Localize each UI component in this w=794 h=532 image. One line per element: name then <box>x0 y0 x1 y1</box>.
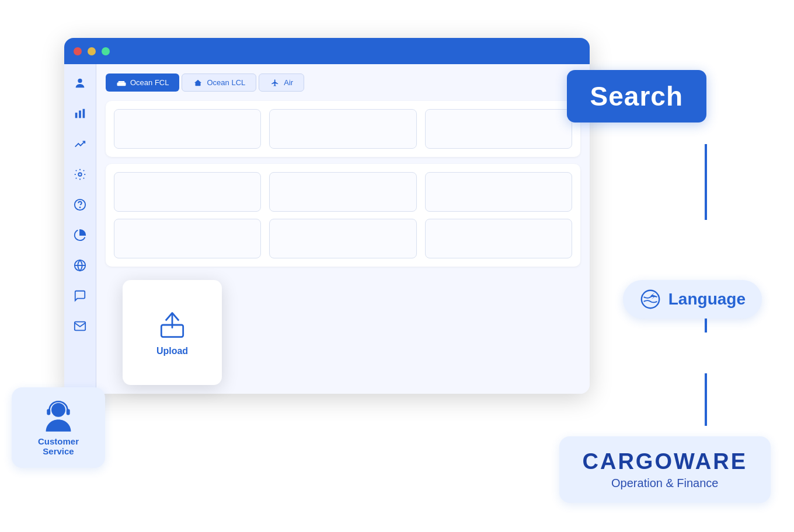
svg-rect-3 <box>83 109 85 118</box>
svg-rect-1 <box>75 113 78 118</box>
grid-cell-2-1 <box>114 172 261 212</box>
grid-cell-3-1 <box>114 219 261 258</box>
svg-rect-10 <box>119 81 124 82</box>
svg-rect-19 <box>67 409 70 415</box>
grid-cell-2-2 <box>269 172 416 212</box>
language-badge-label: Language <box>668 290 746 309</box>
dot-green <box>102 47 110 55</box>
scene: Ocean FCL Ocean LCL Air <box>0 0 794 532</box>
svg-rect-11 <box>196 83 201 86</box>
cargoware-badge: CARGOWARE Operation & Finance <box>559 436 771 503</box>
svg-point-17 <box>51 403 65 417</box>
tab-ocean-lcl-label: Ocean LCL <box>207 78 245 87</box>
upload-icon <box>156 309 189 341</box>
grid-cell-3-2 <box>269 219 416 258</box>
tab-air[interactable]: Air <box>259 74 304 92</box>
dot-yellow <box>88 47 96 55</box>
svg-point-4 <box>78 173 82 176</box>
grid-row-3 <box>114 219 572 258</box>
grid-cell-3-3 <box>425 219 572 258</box>
cargoware-connector-line <box>705 373 708 426</box>
mail-icon[interactable] <box>71 317 89 335</box>
tabs-container: Ocean FCL Ocean LCL Air <box>106 74 580 92</box>
grid-cell-1-2 <box>269 109 416 149</box>
globe-icon[interactable] <box>71 257 89 274</box>
search-badge: Search <box>567 70 706 123</box>
grid-section-2 <box>106 164 580 267</box>
grid-row-1 <box>114 109 572 149</box>
chart-bar-icon[interactable] <box>71 105 89 123</box>
customer-service-badge: Customer Service <box>12 387 105 468</box>
tab-air-label: Air <box>284 78 293 87</box>
tab-ocean-fcl[interactable]: Ocean FCL <box>106 74 179 92</box>
search-badge-label: Search <box>590 81 683 111</box>
customer-service-icon <box>38 399 79 434</box>
grid-cell-1-1 <box>114 109 261 149</box>
user-icon[interactable] <box>71 75 89 92</box>
grid-cell-2-3 <box>425 172 572 212</box>
sidebar <box>64 64 96 394</box>
grid-row-2 <box>114 172 572 212</box>
trending-icon[interactable] <box>71 135 89 153</box>
svg-rect-9 <box>117 82 126 86</box>
tab-ocean-fcl-label: Ocean FCL <box>130 78 169 87</box>
customer-service-label: Customer Service <box>26 436 91 456</box>
grid-cell-1-3 <box>425 109 572 149</box>
language-badge: Language <box>623 280 762 318</box>
dot-red <box>74 47 82 55</box>
settings-icon[interactable] <box>71 166 89 183</box>
cargoware-title: CARGOWARE <box>583 449 747 474</box>
chat-icon[interactable] <box>71 287 89 304</box>
svg-rect-18 <box>47 409 50 415</box>
cargoware-subtitle: Operation & Finance <box>583 477 747 490</box>
upload-card[interactable]: Upload <box>123 280 222 385</box>
search-connector-line <box>705 144 708 220</box>
help-icon[interactable] <box>71 196 89 214</box>
grid-section-1 <box>106 101 580 157</box>
pie-chart-icon[interactable] <box>71 226 89 244</box>
tab-ocean-lcl[interactable]: Ocean LCL <box>182 74 256 92</box>
upload-label: Upload <box>156 346 188 356</box>
svg-rect-2 <box>79 111 81 118</box>
language-icon <box>639 288 661 310</box>
svg-point-0 <box>78 79 82 83</box>
browser-titlebar <box>64 38 590 64</box>
